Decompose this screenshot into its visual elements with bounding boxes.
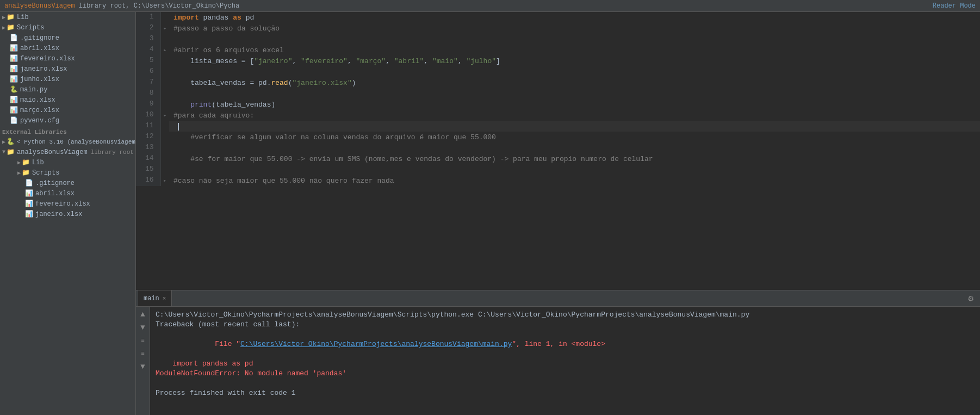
cursor	[178, 123, 179, 131]
sidebar-label-pyvenv: pyvenv.cfg	[20, 117, 59, 125]
token: ]	[496, 57, 500, 65]
token: [	[246, 57, 255, 65]
term-line-cmd: C:\Users\Victor_Okino\PycharmProjects\an…	[156, 310, 975, 320]
code-line-15[interactable]	[169, 164, 980, 175]
line-number-9: 9	[136, 99, 160, 110]
project-title: analyseBonusViagem library root, C:\User…	[4, 2, 239, 10]
term-btn-scroll[interactable]: ▼	[138, 361, 148, 372]
sidebar-item-junho[interactable]: 📊 junho.xlsx	[0, 74, 135, 84]
main-layout: ▶ 📁 Lib ▶ 📁 Scripts 📄 .gitignore 📊 abril…	[0, 12, 980, 415]
sidebar-item-lib-sub[interactable]: ▶ 📁 Lib	[0, 157, 135, 168]
sidebar-item-pyvenv[interactable]: 📄 pyvenv.cfg	[0, 115, 135, 126]
line-number-2: 2	[136, 23, 160, 34]
token: "janeiro"	[254, 57, 292, 65]
token: =	[241, 57, 246, 65]
fold-indicator-16[interactable]: ▸	[160, 175, 169, 186]
line-number-10: 10	[136, 110, 160, 121]
code-line-14[interactable]: #se for maior que 55.000 -> envia um SMS…	[169, 153, 980, 164]
term-line-traceback: Traceback (most recent call last):	[156, 320, 975, 330]
code-line-11[interactable]	[169, 121, 980, 132]
folder-icon-lib-sub: 📁	[22, 158, 30, 166]
terminal-tab-main[interactable]: main ×	[138, 290, 172, 306]
tree-arrow-analyse: ▼	[2, 149, 5, 155]
terminal-settings-icon[interactable]: ⚙	[964, 293, 978, 304]
code-line-3[interactable]	[169, 34, 980, 45]
code-line-8[interactable]	[169, 88, 980, 99]
terminal-tab-close[interactable]: ×	[163, 295, 166, 302]
code-line-4[interactable]: #abrir os 6 arquivos excel	[169, 45, 980, 55]
code-line-16[interactable]: #caso não seja maior que 55.000 não quer…	[169, 175, 980, 186]
sidebar-item-janeiro-sub[interactable]: 📊 janeiro.xlsx	[0, 209, 135, 219]
sidebar-item-main[interactable]: 🐍 main.py	[0, 84, 135, 95]
sidebar-item-marco[interactable]: 📊 março.xlsx	[0, 105, 135, 115]
reader-mode-button[interactable]: Reader Mode	[933, 2, 976, 10]
term-btn-wrap[interactable]: ≡	[138, 335, 148, 346]
project-subtitle: library root, C:\Users\Victor_Okino\Pych…	[79, 2, 239, 10]
sidebar-label-fevereiro-sub: fevereiro.xlsx	[35, 200, 90, 208]
xlsx-icon-fevereiro: 📊	[10, 54, 18, 63]
code-line-9[interactable]: print(tabela_vendas)	[169, 99, 980, 110]
sidebar-item-gitignore-sub[interactable]: 📄 .gitignore	[0, 178, 135, 188]
sidebar-item-maio[interactable]: 📊 maio.xlsx	[0, 95, 135, 105]
code-line-12[interactable]: #verificar se algum valor na coluna vend…	[169, 132, 980, 143]
fold-indicator-6	[160, 66, 169, 77]
code-line-10[interactable]: #para cada aqruivo:	[169, 110, 980, 121]
xlsx-icon-marco: 📊	[10, 106, 18, 114]
sidebar-item-janeiro[interactable]: 📊 janeiro.xlsx	[0, 64, 135, 74]
sidebar-label-python: < Python 3.10 (analyseBonusViagem) > C:\…	[17, 139, 136, 145]
token: ,	[424, 57, 432, 65]
line-number-11: 11	[136, 121, 160, 132]
line-number-5: 5	[136, 55, 160, 66]
project-name: analyseBonusViagem	[4, 2, 75, 10]
sidebar-item-abril-sub[interactable]: 📊 abril.xlsx	[0, 188, 135, 199]
code-editor[interactable]: 1import pandas as pd2▸#passo a passo da …	[136, 12, 980, 290]
token: "janeiro.xlsx"	[293, 79, 352, 87]
term-line-exit: Process finished with exit code 1	[156, 388, 975, 398]
code-line-13[interactable]	[169, 143, 980, 153]
sidebar-item-gitignore[interactable]: 📄 .gitignore	[0, 33, 135, 43]
term-file-prefix: File "	[207, 340, 240, 348]
term-btn-filter[interactable]: ≡	[138, 348, 148, 359]
code-line-7[interactable]: tabela_vendas = pd.read("janeiro.xlsx")	[169, 77, 980, 88]
fold-indicator-14	[160, 153, 169, 164]
token: ,	[292, 57, 301, 65]
code-line-5[interactable]: lista_meses = ["janeiro", "fevereiro", "…	[169, 55, 980, 66]
sidebar-item-analyse-root[interactable]: ▼ 📁 analyseBonusViagem library root	[0, 147, 135, 157]
term-file-link[interactable]: C:\Users\Victor_Okino\PycharmProjects\an…	[240, 340, 512, 348]
line-number-8: 8	[136, 88, 160, 99]
fold-indicator-13	[160, 143, 169, 153]
token: "abril"	[394, 57, 424, 65]
sidebar-item-lib[interactable]: ▶ 📁 Lib	[0, 12, 135, 22]
python-icon: 🐍	[7, 138, 15, 146]
term-btn-up[interactable]: ▲	[138, 309, 148, 320]
sidebar-label-main: main.py	[20, 86, 47, 94]
token: #verificar se algum valor na coluna vend…	[173, 133, 496, 141]
term-file-suffix: ", line 1, in <module>	[512, 340, 605, 348]
fold-indicator-10[interactable]: ▸	[160, 110, 169, 121]
terminal-content-area: ▲ ▼ ≡ ≡ ▼ C:\Users\Victor_Okino\PycharmP…	[136, 307, 980, 415]
code-line-2[interactable]: #passo a passo da solução	[169, 23, 980, 34]
token: "março"	[356, 57, 386, 65]
sidebar-item-fevereiro-sub[interactable]: 📊 fevereiro.xlsx	[0, 199, 135, 209]
xlsx-icon-fevereiro-sub: 📊	[25, 200, 33, 208]
sidebar-item-scripts-sub[interactable]: ▶ 📁 Scripts	[0, 168, 135, 178]
code-line-1[interactable]: import pandas as pd	[169, 12, 980, 23]
token: pd	[241, 14, 254, 22]
fold-indicator-4[interactable]: ▸	[160, 45, 169, 55]
sidebar-item-fevereiro[interactable]: 📊 fevereiro.xlsx	[0, 53, 135, 64]
line-number-15: 15	[136, 164, 160, 175]
term-btn-down[interactable]: ▼	[138, 322, 148, 333]
line-number-13: 13	[136, 143, 160, 153]
token: pd	[254, 79, 266, 87]
token: )	[352, 79, 356, 87]
sidebar-item-abril[interactable]: 📊 abril.xlsx	[0, 43, 135, 53]
sidebar-item-python[interactable]: ▶ 🐍 < Python 3.10 (analyseBonusViagem) >…	[0, 137, 135, 147]
folder-icon-analyse: 📁	[7, 148, 15, 156]
fold-indicator-15	[160, 164, 169, 175]
fold-indicator-2[interactable]: ▸	[160, 23, 169, 34]
line-number-6: 6	[136, 66, 160, 77]
sidebar-item-scripts[interactable]: ▶ 📁 Scripts	[0, 22, 135, 33]
line-number-12: 12	[136, 132, 160, 143]
code-line-6[interactable]	[169, 66, 980, 77]
token: tabela_vendas	[173, 79, 250, 87]
